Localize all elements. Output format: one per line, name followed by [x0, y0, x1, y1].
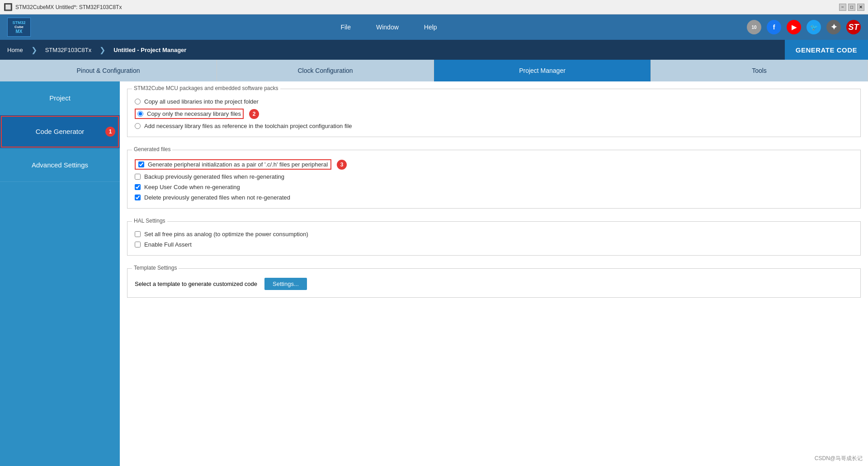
sidebar: Project Code Generator 1 Advanced Settin… — [0, 81, 120, 466]
facebook-icon[interactable]: f — [767, 20, 781, 34]
badge-10-icon: 10 — [747, 20, 761, 34]
radio-copy-necessary-label: Copy only the necessary library files — [147, 110, 241, 117]
logo-mx: MX — [16, 29, 23, 34]
generated-files-checkbox-group: Generate peripheral initialization as a … — [135, 159, 853, 201]
step-badge-1: 1 — [105, 127, 115, 137]
minimize-button[interactable]: − — [839, 4, 846, 11]
hal-settings-checkbox-group: Set all free pins as analog (to optimize… — [135, 231, 853, 248]
spacer-2 — [120, 209, 868, 214]
app-logo: STM32 Cube MX — [7, 18, 31, 37]
st-icon[interactable]: ST — [846, 20, 861, 34]
checkbox-free-pins[interactable]: Set all free pins as analog (to optimize… — [135, 231, 853, 238]
menu-file[interactable]: File — [337, 22, 354, 33]
tab-bar: Pinout & Configuration Clock Configurati… — [0, 60, 868, 81]
main-layout: Project Code Generator 1 Advanced Settin… — [0, 81, 868, 466]
maximize-button[interactable]: □ — [848, 4, 855, 11]
tab-project-manager[interactable]: Project Manager — [434, 60, 651, 81]
checkbox-free-pins-input[interactable] — [135, 231, 141, 237]
menu-bar: STM32 Cube MX File Window Help 10 f ▶ 🐦 … — [0, 14, 868, 40]
mcu-packages-legend: STM32Cube MCU packages and embedded soft… — [132, 85, 280, 91]
logo-stm: STM32 — [12, 20, 25, 25]
sidebar-item-project-label: Project — [49, 94, 71, 102]
sidebar-item-advanced-settings-label: Advanced Settings — [32, 161, 88, 169]
menu-items: File Window Help — [49, 22, 729, 33]
youtube-icon[interactable]: ▶ — [787, 20, 801, 34]
watermark: CSDN@马哥成长记 — [815, 455, 863, 462]
title-bar-controls: − □ ✕ — [839, 4, 864, 11]
close-button[interactable]: ✕ — [857, 4, 864, 11]
checkbox-generate-peripheral-label: Generate peripheral initialization as a … — [148, 161, 328, 168]
highlighted-generate-peripheral: Generate peripheral initialization as a … — [135, 159, 331, 170]
spacer-1 — [120, 137, 868, 143]
title-bar: 🔲 STM32CubeMX Untitled*: STM32F103C8Tx −… — [0, 0, 868, 14]
menu-window[interactable]: Window — [373, 22, 402, 33]
logo-cube: Cube — [14, 25, 24, 29]
mcu-packages-radio-group: Copy all used libraries into the project… — [135, 98, 853, 129]
template-settings-section: Template Settings Select a template to g… — [127, 268, 861, 298]
template-select-label: Select a template to generate customized… — [135, 281, 257, 287]
hal-settings-section: HAL Settings Set all free pins as analog… — [127, 221, 861, 256]
window-title: STM32CubeMX Untitled*: STM32F103C8Tx — [15, 4, 122, 10]
checkbox-generate-peripheral-input[interactable] — [138, 162, 144, 167]
checkbox-delete-previously-input[interactable] — [135, 195, 141, 200]
spacer-3 — [120, 256, 868, 261]
generated-files-legend: Generated files — [132, 146, 172, 152]
template-settings-button[interactable]: Settings... — [264, 278, 307, 290]
checkbox-keep-user-code-label: Keep User Code when re-generating — [144, 184, 240, 190]
twitter-icon[interactable]: 🐦 — [807, 20, 821, 34]
template-settings-row: Select a template to generate customized… — [135, 278, 853, 290]
checkbox-keep-user-code[interactable]: Keep User Code when re-generating — [135, 184, 853, 190]
radio-copy-necessary[interactable]: Copy only the necessary library files 2 — [135, 109, 853, 119]
breadcrumb-bar: Home ❯ STM32F103C8Tx ❯ Untitled - Projec… — [0, 40, 868, 60]
tab-pinout[interactable]: Pinout & Configuration — [0, 60, 217, 81]
tab-clock[interactable]: Clock Configuration — [217, 60, 434, 81]
checkbox-free-pins-label: Set all free pins as analog (to optimize… — [144, 231, 308, 238]
breadcrumb-arrow-1: ❯ — [31, 46, 37, 54]
sidebar-item-code-generator-label: Code Generator — [36, 128, 85, 135]
checkbox-backup-input[interactable] — [135, 174, 141, 180]
radio-add-reference-label: Add necessary library files as reference… — [144, 123, 352, 129]
mcu-packages-section: STM32Cube MCU packages and embedded soft… — [127, 89, 861, 137]
breadcrumb-device[interactable]: STM32F103C8Tx — [38, 40, 99, 60]
logo-box: STM32 Cube MX — [7, 18, 31, 37]
network-icon[interactable]: ✦ — [826, 20, 841, 34]
title-bar-left: 🔲 STM32CubeMX Untitled*: STM32F103C8Tx — [4, 3, 122, 11]
checkbox-full-assert-label: Enable Full Assert — [144, 241, 192, 248]
hal-settings-legend: HAL Settings — [132, 218, 167, 224]
radio-copy-all[interactable]: Copy all used libraries into the project… — [135, 98, 853, 105]
sidebar-item-project[interactable]: Project — [0, 81, 120, 115]
checkbox-delete-previously[interactable]: Delete previously generated files when n… — [135, 194, 853, 201]
radio-add-reference-input[interactable] — [135, 123, 141, 129]
tab-tools[interactable]: Tools — [651, 60, 868, 81]
content-area: STM32Cube MCU packages and embedded soft… — [120, 81, 868, 466]
checkbox-generate-peripheral[interactable]: Generate peripheral initialization as a … — [135, 159, 853, 170]
sidebar-item-advanced-settings[interactable]: Advanced Settings — [0, 148, 120, 182]
badge-3: 3 — [337, 160, 347, 170]
generated-files-section: Generated files Generate peripheral init… — [127, 150, 861, 209]
radio-copy-all-input[interactable] — [135, 99, 141, 105]
checkbox-backup[interactable]: Backup previously generated files when r… — [135, 173, 853, 180]
template-settings-legend: Template Settings — [132, 265, 179, 271]
social-icons: 10 f ▶ 🐦 ✦ ST — [747, 20, 861, 34]
checkbox-delete-previously-label: Delete previously generated files when n… — [144, 194, 290, 201]
checkbox-backup-label: Backup previously generated files when r… — [144, 173, 284, 180]
breadcrumb-arrow-2: ❯ — [99, 46, 105, 54]
sidebar-item-code-generator[interactable]: Code Generator 1 — [0, 115, 120, 148]
menu-help[interactable]: Help — [420, 22, 441, 33]
checkbox-full-assert[interactable]: Enable Full Assert — [135, 241, 853, 248]
badge-2: 2 — [249, 109, 259, 119]
breadcrumb-project[interactable]: Untitled - Project Manager — [106, 40, 193, 60]
radio-add-reference[interactable]: Add necessary library files as reference… — [135, 123, 853, 129]
radio-copy-necessary-input[interactable] — [137, 111, 143, 117]
checkbox-keep-user-code-input[interactable] — [135, 184, 141, 190]
highlighted-copy-necessary: Copy only the necessary library files — [135, 109, 244, 119]
checkbox-full-assert-input[interactable] — [135, 242, 141, 247]
generate-code-button[interactable]: GENERATE CODE — [785, 40, 868, 60]
radio-copy-all-label: Copy all used libraries into the project… — [144, 98, 259, 105]
breadcrumb-home[interactable]: Home — [0, 40, 30, 60]
